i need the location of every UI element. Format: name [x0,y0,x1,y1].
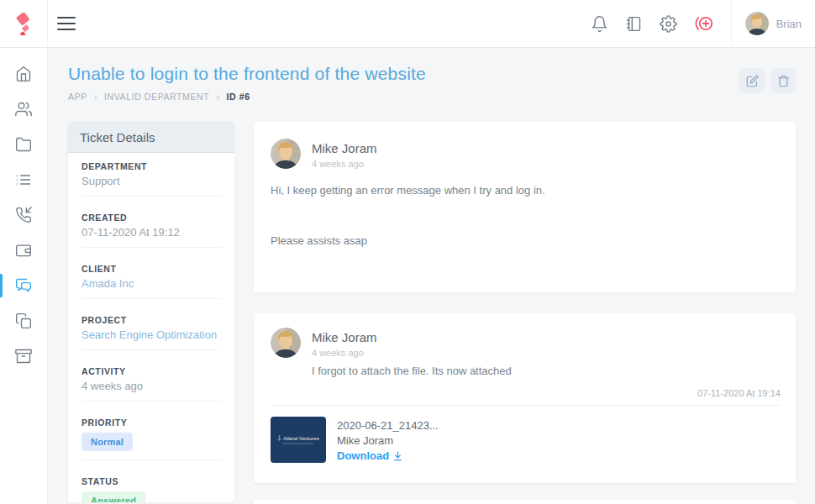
field-department: DEPARTMENT Support [68,153,234,204]
message-timestamp: 07-11-2020 At 19:14 [271,388,781,398]
sidebar-item-payments[interactable] [0,233,47,268]
create-new-icon[interactable] [694,13,714,34]
thumbnail-logo-icon [277,435,281,441]
page-title: Unable to login to the frontend of the w… [68,64,426,84]
app-logo[interactable] [0,0,48,47]
sidebar-item-tasks[interactable] [0,162,47,197]
folder-icon [15,136,32,153]
breadcrumb-department[interactable]: INVALID DEPARTMENT [104,92,209,102]
attachment-filename: 2020-06-21_21423... [337,418,439,433]
attachment-thumbnail[interactable]: Atland Ventures [271,417,326,463]
message-thread: Mike Joram 4 weeks ago Hi, I keep gettin… [254,122,796,504]
field-client: CLIENT Amada Inc [68,255,234,307]
sidebar-item-projects[interactable] [0,127,47,162]
breadcrumb: APP › INVALID DEPARTMENT › ID #6 [68,92,426,102]
field-activity: ACTIVITY 4 weeks ago [68,358,234,409]
breadcrumb-separator: › [216,92,219,102]
delete-ticket-icon-button[interactable] [770,68,796,93]
edit-ticket-icon-button[interactable] [739,68,765,93]
wallet-icon [15,242,32,259]
status-badge: Answered [82,491,145,502]
sidebar-nav [0,48,48,504]
sidebar-item-clients[interactable] [0,92,47,127]
notifications-bell-icon[interactable] [591,15,608,33]
copy-pages-icon [15,312,32,329]
message-card: Mike Joram 4 weeks ago Hi, I keep gettin… [254,122,796,292]
edit-pencil-icon [746,75,759,87]
field-status: STATUS Answered [68,468,234,502]
download-icon [393,451,402,461]
main-content: Unable to login to the frontend of the w… [48,48,815,504]
message-text: I forgot to attach the file. Its now att… [312,365,781,377]
sidebar-item-calls[interactable] [0,197,47,233]
sidebar-item-archive[interactable] [0,339,47,374]
message-card: Mike Joram 4 weeks ago I forgot to attac… [254,313,796,483]
contacts-book-icon[interactable] [625,15,643,33]
message-time-ago: 4 weeks ago [312,159,377,169]
ticket-details-panel: Ticket Details DEPARTMENT Support CREATE… [68,122,234,502]
message-card [254,500,796,504]
priority-badge: Normal [82,433,133,451]
user-avatar [745,12,769,35]
message-author: Mike Joram [312,330,781,344]
message-text: Please assists asap [271,234,779,247]
attachment: Atland Ventures 2020-06-21_21423... Mike… [271,417,781,463]
sidebar-item-documents[interactable] [0,303,47,339]
download-link[interactable]: Download [337,449,439,463]
field-project: PROJECT Search Engine Optimization [68,307,234,358]
breadcrumb-app[interactable]: APP [68,92,87,102]
client-link[interactable]: Amada Inc [82,277,221,290]
message-author: Mike Joram [312,141,377,155]
sidebar-item-home[interactable] [0,56,47,92]
attachment-uploader: Mike Joram [337,433,439,448]
message-avatar [271,139,301,169]
thumbnail-tagline [282,443,314,444]
message-time-ago: 4 weeks ago [312,348,781,358]
menu-toggle-button[interactable] [57,17,76,30]
user-name: Brian [776,18,802,30]
home-icon [15,66,32,82]
message-avatar [271,328,301,358]
trash-icon [777,75,790,87]
message-text: Hi, I keep getting an error message when… [271,184,779,197]
breadcrumb-separator: › [94,92,97,102]
ticket-details-title: Ticket Details [68,122,234,153]
chat-bubbles-icon [15,277,32,294]
breadcrumb-ticket-id: ID #6 [227,92,250,102]
project-link[interactable]: Search Engine Optimization [82,328,221,341]
divider [272,405,781,406]
users-icon [15,101,32,118]
user-menu[interactable]: Brian [732,12,815,35]
brand-logo-icon [13,13,35,35]
settings-gear-icon[interactable] [660,15,677,33]
list-icon [15,171,32,188]
top-header: Brian [0,0,815,48]
phone-incoming-icon [15,207,32,223]
sidebar-item-tickets[interactable] [0,268,47,303]
field-created: CREATED 07-11-2020 At 19:12 [68,204,234,255]
field-priority: PRIORITY Normal [68,409,234,468]
archive-icon [15,348,32,365]
thumbnail-brand-text: Atland Ventures [283,436,318,441]
